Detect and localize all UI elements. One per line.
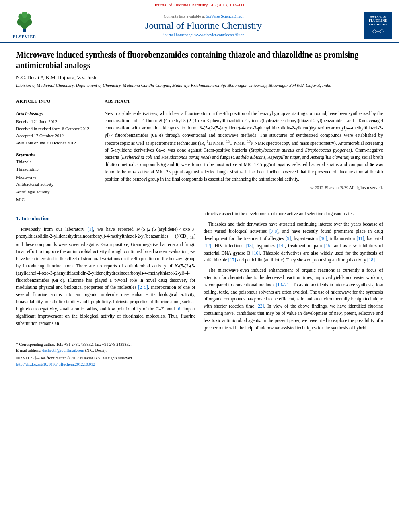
keyword-4: Antibacterial activity [16,181,97,188]
keyword-6: MIC [16,196,97,203]
footnote-issn: 0022-1139/$ – see front matter © 2012 El… [16,355,383,361]
footnote-section: * Corresponding author. Tel.: +91 278 24… [0,338,399,367]
online-date: Available online 29 October 2012 [16,140,76,145]
article-title: Microwave induced synthesis of fluoroben… [16,49,383,70]
body-section: 1. Introduction Previously from our labo… [0,210,399,335]
article-title-section: Microwave induced synthesis of fluoroben… [0,43,399,94]
elsevier-label: ELSEVIER [13,35,37,39]
copyright: © 2012 Elsevier B.V. All rights reserved… [105,185,383,190]
received-date: Received 21 June 2012 [16,119,57,124]
keyword-3: Microwave [16,173,97,181]
sciverse-line: Contents lists available at SciVerse Sci… [49,14,358,18]
page-wrapper: Journal of Fluorine Chemistry 145 (2013)… [0,0,399,532]
abstract-heading: ABSTRACT [105,99,383,103]
footnote-doi: http://dx.doi.org/10.1016/j.jfluchem.201… [16,361,383,367]
article-info-abstract: ARTICLE INFO Article history: Received 2… [0,99,399,203]
body-left-para1: Previously from our laboratory [1], we h… [16,226,195,327]
keyword-5: Antifungal activity [16,188,97,196]
body-right-para1: attractive aspect in the development of … [204,210,383,218]
affiliation: Division of Medicinal Chemistry, Departm… [16,82,383,88]
journal-logo-right: JOURNAL OF FLUORINE CHEMISTRY [364,12,393,39]
elsevier-logo: ELSEVIER [6,12,43,39]
accepted-date: Accepted 17 October 2012 [16,133,64,138]
footnote-corresponding: * Corresponding author. Tel.: +91 278 24… [16,341,383,347]
article-info-block: Article history: Received 21 June 2012 R… [16,110,97,146]
logo-chemistry-label: CHEMISTRY [369,23,387,27]
journal-title: Journal of Fluorine Chemistry [49,20,358,31]
body-right-para3: The microwave-oven induced enhancement o… [204,267,383,331]
keyword-1: Thiazole [16,158,97,166]
left-col-info: ARTICLE INFO Article history: Received 2… [16,99,97,203]
body-right-para2: Thiazoles and their derivatives have att… [204,221,383,264]
abstract-divider [105,106,383,106]
elsevier-tree-icon [12,12,37,34]
keywords-block: Keywords: Thiazole Thiazolidine Microwav… [16,152,97,203]
journal-homepage: journal homepage: www.elsevier.com/locat… [49,33,358,37]
abstract-text: New 5-arylidene derivatives, which bear … [105,110,383,183]
body-left-col: 1. Introduction Previously from our labo… [16,210,195,335]
header-center: Contents lists available at SciVerse Sci… [49,14,358,37]
journal-header: ELSEVIER Contents lists available at Sci… [0,8,399,43]
sciverse-link[interactable]: SciVerse ScienceDirect [206,14,244,18]
doi-link[interactable]: http://dx.doi.org/10.1016/j.jfluchem.201… [16,362,95,366]
journal-citation: Journal of Fluorine Chemistry 145 (2013)… [154,2,245,7]
article-info-heading: ARTICLE INFO [16,99,97,103]
keyword-2: Thiazolidine [16,166,97,173]
info-divider [16,106,97,106]
history-label: Article history: [16,110,97,117]
keywords-label: Keywords: [16,152,97,157]
body-right-col: attractive aspect in the development of … [204,210,383,335]
divider [16,94,383,94]
svg-point-9 [380,30,383,33]
revised-date: Received in revised form 6 October 2012 [16,126,89,131]
authors: N.C. Desai *, K.M. Rajpara, V.V. Joshi [16,74,383,81]
logo-molecule-icon [372,28,384,35]
section1-title: 1. Introduction [16,214,195,222]
email-link[interactable]: dnsheeth@rediffmail.com [42,348,84,353]
svg-point-8 [373,30,376,33]
footnote-email: E-mail address: dnsheeth@rediffmail.com … [16,347,383,353]
logo-fluorine-label: FLUORINE [369,19,387,23]
logo-journal-label: JOURNAL OF [370,16,387,19]
right-col-abstract: ABSTRACT New 5-arylidene derivatives, wh… [105,99,383,203]
journal-top-bar: Journal of Fluorine Chemistry 145 (2013)… [0,0,399,8]
journal-logo-box: JOURNAL OF FLUORINE CHEMISTRY [364,12,392,39]
